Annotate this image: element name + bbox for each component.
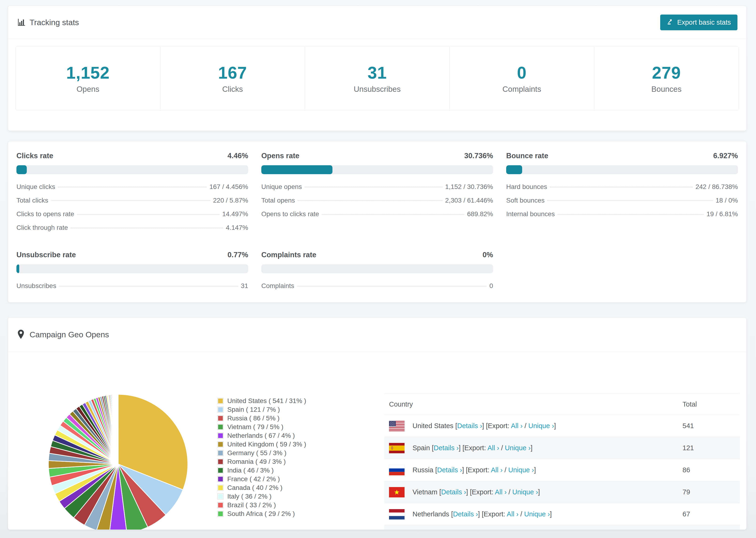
geo-table-header-country: Country [389, 401, 682, 408]
details-link-netherlands[interactable]: Details › [453, 510, 478, 518]
rate-row-unsubscribes: Unsubscribes31 [17, 282, 248, 296]
export-unique-link-spain[interactable]: Unique › [505, 444, 531, 452]
country-name-label: United States [412, 422, 455, 430]
rate-progressbar [17, 165, 248, 174]
map-pin-icon [17, 329, 25, 340]
table-row-vietnam: Vietnam [Details ›] [Export: All › / Uni… [384, 481, 740, 503]
legend-swatch-icon [217, 493, 224, 500]
export-icon [667, 18, 674, 27]
rate-progressbar-fill [261, 165, 333, 174]
legend-label: Netherlands ( 67 / 4% ) [227, 432, 295, 439]
rate-value-label: 4.46% [228, 152, 248, 160]
rates-panel: Clicks rate4.46%Unique clicks167 / 4.456… [8, 141, 747, 302]
legend-item-vietnam[interactable]: Vietnam ( 79 / 5% ) [217, 422, 306, 431]
legend-item-romania[interactable]: Romania ( 49 / 3% ) [217, 457, 306, 466]
legend-item-spain[interactable]: Spain ( 121 / 7% ) [217, 405, 306, 414]
table-row-united-states: United States [Details ›] [Export: All ›… [384, 415, 740, 437]
legend-item-russia[interactable]: Russia ( 86 / 5% ) [217, 414, 306, 422]
export-unique-link-netherlands[interactable]: Unique › [524, 510, 550, 518]
export-unique-link-russia[interactable]: Unique › [508, 466, 534, 474]
rate-head-unsubscribe-rate: Unsubscribe rate0.77% [17, 251, 248, 259]
dotted-leader [297, 286, 486, 286]
legend-item-united-kingdom[interactable]: United Kingdom ( 59 / 3% ) [217, 440, 306, 449]
rates-grid: Clicks rate4.46%Unique clicks167 / 4.456… [17, 152, 738, 296]
details-link-spain[interactable]: Details › [434, 444, 459, 452]
legend-item-germany[interactable]: Germany ( 55 / 3% ) [217, 449, 306, 457]
export-all-link-russia[interactable]: All › [491, 466, 503, 474]
rate-progressbar-fill [17, 165, 27, 174]
legend-item-netherlands[interactable]: Netherlands ( 67 / 4% ) [217, 431, 306, 440]
rate-block-complaints-rate: Complaints rate0%Complaints0 [261, 251, 493, 296]
rate-name-label: Bounce rate [506, 152, 548, 160]
geo-opens-pie-chart [48, 394, 189, 530]
rate-row-value: 242 / 86.738% [695, 183, 738, 190]
stat-value-clicks: 167 [218, 63, 247, 82]
geo-country-cell: Russia [Details ›] [Export: All › / Uniq… [389, 465, 682, 475]
stat-value-unsubscribes: 31 [367, 63, 387, 82]
rate-row-unique-clicks: Unique clicks167 / 4.456% [17, 183, 248, 197]
export-unique-link-vietnam[interactable]: Unique › [512, 488, 538, 496]
rate-row-value: 19 / 6.81% [706, 210, 738, 218]
legend-item-brazil[interactable]: Brazil ( 33 / 2% ) [217, 501, 306, 510]
details-link-united-states[interactable]: Details › [457, 422, 482, 430]
tracking-stats-header: Tracking stats Export basic stats [8, 6, 746, 39]
legend-item-united-states[interactable]: United States ( 541 / 31% ) [217, 397, 306, 405]
export-all-link-netherlands[interactable]: All › [507, 510, 518, 518]
export-all-link-vietnam[interactable]: All › [495, 488, 507, 496]
stats-summary: 1,152Opens167Clicks31Unsubscribes0Compla… [16, 46, 739, 111]
dotted-leader [58, 187, 207, 187]
geo-title: Campaign Geo Opens [29, 330, 109, 339]
rate-block-bounce-rate: Bounce rate6.927%Hard bounces242 / 86.73… [506, 152, 738, 238]
stat-card-bounces: 279Bounces [594, 46, 739, 110]
export-all-link-united-states[interactable]: All › [511, 422, 523, 430]
slash: / [503, 466, 508, 474]
legend-item-india[interactable]: India ( 46 / 3% ) [217, 466, 306, 475]
details-link-vietnam[interactable]: Details › [441, 488, 466, 496]
dotted-leader [558, 214, 704, 215]
rate-row-label: Unique clicks [17, 183, 55, 190]
rate-row-label: Clicks to opens rate [17, 210, 74, 218]
rate-row-label: Opens to clicks rate [261, 210, 319, 218]
geo-table: Country Total United States [Details ›] … [384, 394, 740, 530]
legend-swatch-icon [217, 424, 224, 430]
geo-total-cell: 86 [682, 466, 734, 474]
geo-content: United States ( 541 / 31% )Spain ( 121 /… [8, 352, 746, 530]
rate-progressbar-fill [17, 264, 19, 273]
legend-swatch-icon [217, 398, 224, 404]
legend-item-france[interactable]: France ( 42 / 2% ) [217, 475, 306, 483]
details-link-russia[interactable]: Details › [437, 466, 462, 474]
table-row-united-kingdom: United Kingdom [Details ›] [Export: All … [384, 525, 740, 530]
export-basic-stats-button[interactable]: Export basic stats [660, 15, 737, 30]
stat-label-opens: Opens [77, 85, 99, 94]
rate-row-total-opens: Total opens2,303 / 61.446% [261, 197, 493, 210]
rate-row-soft-bounces: Soft bounces18 / 0% [506, 197, 738, 210]
export-all-link-spain[interactable]: All › [487, 444, 499, 452]
geo-total-cell: 541 [682, 422, 734, 430]
geo-table-header-row: Country Total [384, 394, 740, 415]
rate-row-label: Total clicks [17, 197, 48, 204]
rate-block-opens-rate: Opens rate30.736%Unique opens1,152 / 30.… [261, 152, 493, 238]
export-unique-link-united-states[interactable]: Unique › [528, 422, 554, 430]
legend-swatch-icon [217, 467, 224, 473]
legend-item-canada[interactable]: Canada ( 40 / 2% ) [217, 483, 306, 492]
legend-swatch-icon [217, 450, 224, 456]
geo-country-cell: Vietnam [Details ›] [Export: All › / Uni… [389, 487, 682, 497]
bracket: ] [550, 510, 552, 518]
rate-row-value: 1,152 / 30.736% [445, 183, 493, 190]
legend-swatch-icon [217, 433, 224, 439]
legend-item-south-africa[interactable]: South Africa ( 29 / 2% ) [217, 510, 306, 518]
geo-table-body: United States [Details ›] [Export: All ›… [384, 415, 740, 530]
bracket: ] [538, 488, 540, 496]
rate-value-label: 30.736% [464, 152, 493, 160]
legend-swatch-icon [217, 406, 224, 413]
bracket: [ [455, 422, 457, 430]
legend-label: Italy ( 36 / 2% ) [227, 493, 271, 500]
dotted-leader [298, 200, 442, 201]
slash: / [499, 444, 505, 452]
country-name-label: Spain [412, 444, 432, 452]
country-name-label: Vietnam [412, 488, 439, 496]
rate-progressbar [506, 165, 738, 174]
flag-nl-icon [389, 509, 405, 519]
legend-item-italy[interactable]: Italy ( 36 / 2% ) [217, 492, 306, 501]
stat-label-complaints: Complaints [503, 85, 541, 94]
